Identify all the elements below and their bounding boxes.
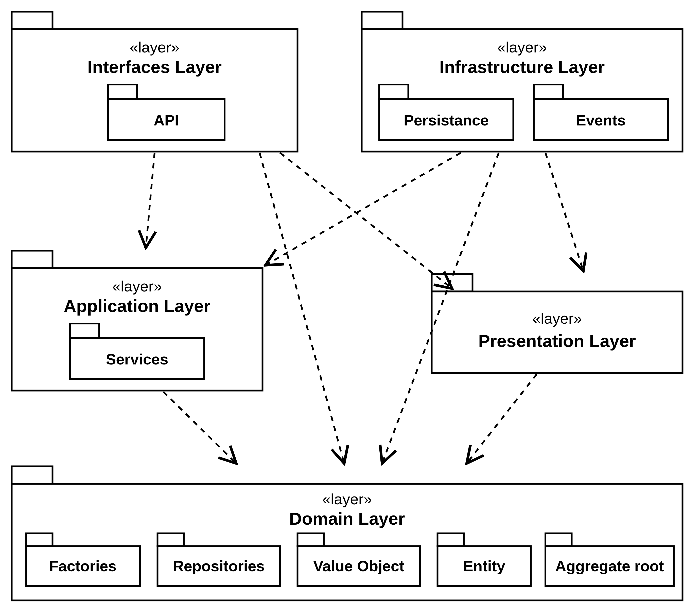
infrastructure-stereotype: «layer» xyxy=(497,39,547,56)
dep-application-domain xyxy=(163,392,236,464)
svg-rect-6 xyxy=(379,85,408,99)
dep-infrastructure-application xyxy=(265,153,461,265)
interfaces-stereotype: «layer» xyxy=(129,39,179,56)
aggregate-root-label: Aggregate root xyxy=(555,558,664,574)
svg-rect-24 xyxy=(438,533,464,546)
svg-rect-22 xyxy=(298,533,324,546)
application-title: Application Layer xyxy=(64,296,211,316)
svg-rect-8 xyxy=(534,85,563,99)
svg-rect-0 xyxy=(12,12,53,29)
application-layer-package: «layer» Application Layer Services xyxy=(12,251,262,391)
dep-interfaces-presentation xyxy=(280,153,452,289)
svg-rect-10 xyxy=(12,251,53,268)
dep-presentation-domain xyxy=(467,374,537,464)
persistance-label: Persistance xyxy=(404,112,489,129)
domain-title: Domain Layer xyxy=(289,509,405,528)
api-label: API xyxy=(154,112,179,129)
svg-rect-12 xyxy=(70,323,99,338)
interfaces-title: Interfaces Layer xyxy=(87,57,222,77)
events-label: Events xyxy=(576,112,626,129)
domain-stereotype: «layer» xyxy=(322,491,372,508)
uml-diagram: «layer» Interfaces Layer API «layer» Inf… xyxy=(0,0,700,607)
presentation-title: Presentation Layer xyxy=(478,331,636,351)
dep-infrastructure-presentation xyxy=(545,153,584,271)
factories-label: Factories xyxy=(49,558,117,574)
svg-rect-20 xyxy=(158,533,184,546)
application-stereotype: «layer» xyxy=(112,278,162,295)
presentation-stereotype: «layer» xyxy=(532,310,582,327)
interfaces-layer-package: «layer» Interfaces Layer API xyxy=(12,12,298,151)
value-object-label: Value Object xyxy=(313,558,404,574)
services-label: Services xyxy=(106,351,168,368)
infrastructure-layer-package: «layer» Infrastructure Layer Persistance… xyxy=(362,12,682,151)
dep-interfaces-domain xyxy=(260,153,344,464)
entity-label: Entity xyxy=(463,558,505,574)
svg-rect-4 xyxy=(362,12,402,29)
svg-rect-2 xyxy=(108,85,137,99)
svg-rect-26 xyxy=(545,533,572,546)
dep-interfaces-application xyxy=(146,153,155,248)
svg-rect-16 xyxy=(12,466,53,484)
presentation-layer-package: «layer» Presentation Layer xyxy=(432,274,682,373)
repositories-label: Repositories xyxy=(173,558,264,574)
svg-rect-18 xyxy=(26,533,53,546)
infrastructure-title: Infrastructure Layer xyxy=(440,57,605,77)
domain-layer-package: «layer» Domain Layer Factories Repositor… xyxy=(12,466,682,601)
